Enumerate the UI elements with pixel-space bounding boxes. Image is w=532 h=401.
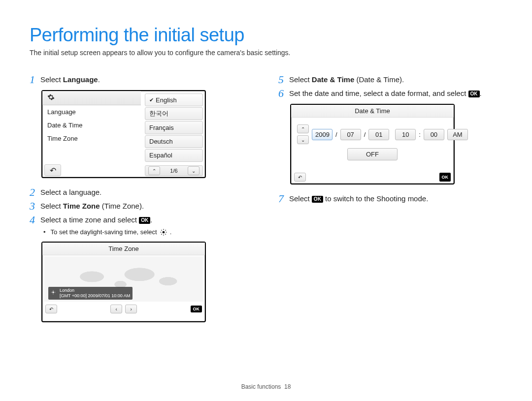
step-4: 4 Select a time zone and select OK. [30,215,254,225]
svg-line-7 [161,234,162,234]
right-column: 5 Select Date & Time (Date & Time). 6 Se… [278,71,502,331]
menu-language[interactable]: Language [42,105,141,119]
language-options: English 한국어 Français Deutsch Español [145,93,203,162]
manual-page: Performing the initial setup The initial… [0,0,532,401]
step-number: 4 [30,215,40,225]
back-button[interactable]: ↶ [44,164,61,176]
page-down-icon[interactable]: ⌄ [188,166,200,175]
step-3: 3 Select Time Zone (Time Zone). [30,201,254,212]
prev-icon[interactable]: ‹ [110,305,122,313]
svg-point-0 [162,231,165,233]
year-cell[interactable]: 2009 [312,129,332,140]
next-icon[interactable]: › [125,305,137,313]
step-2: 2 Select a language. [30,187,254,198]
back-icon[interactable]: ↶ [294,173,306,182]
page-footer: Basic functions 18 [0,383,532,390]
svg-point-9 [52,291,54,293]
dst-sun-icon [51,290,58,297]
pager: ⌃ 1/6 ⌄ [145,165,203,176]
step-2-text: Select a language. [40,187,101,198]
step-1: 1 Select Language. [30,74,254,85]
step-number: 3 [30,201,40,212]
world-map[interactable]: London [GMT +00:00] 2009/07/01 10:00 AM [44,256,203,302]
timezone-screen: Time Zone London [GMT +00:00] 2009/07/01… [41,242,206,322]
option-deutsch[interactable]: Deutsch [145,135,203,148]
ok-icon: OK [139,217,150,224]
step-number: 2 [30,187,40,198]
spinner-controls: ⌃ ⌄ [297,124,309,144]
left-column: 1 Select Language. Language Date & Time … [30,71,254,331]
datetime-title: Date & Time [291,105,454,118]
menu-time-zone[interactable]: Time Zone [42,132,141,145]
gear-icon [47,93,55,103]
minute-cell[interactable]: 00 [424,129,444,140]
option-espanol[interactable]: Español [145,149,203,162]
dateformat-off-button[interactable]: OFF [347,148,398,160]
step-number: 6 [278,88,289,99]
menu-date-time[interactable]: Date & Time [42,119,141,132]
datetime-bottombar: ↶ OK [291,173,454,182]
timezone-bottombar: ↶ ‹ › OK [42,303,205,315]
step-1-text: Select Language. [40,74,100,85]
ok-icon: OK [312,196,323,203]
step-number: 1 [30,74,40,85]
page-up-icon[interactable]: ⌃ [148,166,160,175]
step-5: 5 Select Date & Time (Date & Time). [278,74,502,85]
option-francais[interactable]: Français [145,121,203,134]
step-3-text: Select Time Zone (Time Zone). [40,201,144,212]
step-6-text: Set the date and time, select a date for… [289,88,482,99]
step-5-text: Select Date & Time (Date & Time). [289,74,404,85]
day-cell[interactable]: 01 [368,129,389,140]
step-7: 7 Select OK to switch to the Shooting mo… [278,193,502,204]
svg-line-8 [165,230,166,230]
datetime-screen: Date & Time ⌃ ⌄ 2009 / 07 / 01 10 [290,104,455,185]
back-icon: ↶ [50,166,56,175]
down-icon[interactable]: ⌄ [297,135,309,144]
dst-sun-icon [160,229,167,236]
dst-bullet: To set the daylight-saving time, select … [43,228,254,236]
back-icon[interactable]: ↶ [45,305,57,313]
settings-header [42,91,141,105]
svg-line-6 [165,234,166,234]
intro-text: The initial setup screen appears to allo… [30,49,502,57]
step-4-text: Select a time zone and select OK. [40,215,152,225]
hour-cell[interactable]: 10 [395,129,416,140]
columns: 1 Select Language. Language Date & Time … [30,71,502,331]
page-title: Performing the initial setup [30,25,502,46]
step-7-text: Select OK to switch to the Shooting mode… [289,193,428,204]
month-cell[interactable]: 07 [340,129,361,140]
svg-line-5 [161,230,162,230]
option-english[interactable]: English [145,93,203,106]
datetime-row: ⌃ ⌄ 2009 / 07 / 01 10 : 00 AM [297,124,448,144]
pager-text: 1/6 [170,168,177,174]
ok-button[interactable]: OK [439,173,451,182]
step-6: 6 Set the date and time, select a date f… [278,88,502,99]
step-number: 7 [278,193,289,204]
up-icon[interactable]: ⌃ [297,124,309,133]
datetime-body: ⌃ ⌄ 2009 / 07 / 01 10 : 00 AM O [291,118,454,163]
map-label: London [GMT +00:00] 2009/07/01 10:00 AM [48,287,133,300]
ok-icon: OK [468,91,480,97]
option-korean[interactable]: 한국어 [145,107,203,120]
ampm-cell[interactable]: AM [447,129,468,140]
ok-button[interactable]: OK [191,306,202,312]
step-number: 5 [278,74,289,85]
language-screen: Language Date & Time Time Zone English 한… [41,90,206,178]
timezone-title: Time Zone [42,243,205,255]
